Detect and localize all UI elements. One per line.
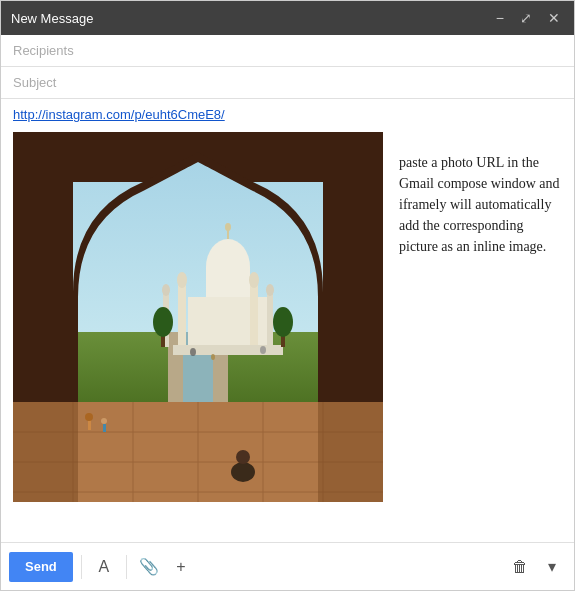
- attach-icon: 📎: [139, 557, 159, 576]
- svg-point-44: [153, 307, 173, 337]
- subject-input[interactable]: [13, 75, 562, 90]
- body-area[interactable]: http://instagram.com/p/euht6CmeE8/: [1, 99, 574, 542]
- image-preview: [13, 132, 383, 502]
- send-button[interactable]: Send: [9, 552, 73, 582]
- window-title: New Message: [11, 11, 93, 26]
- insert-icon: +: [176, 558, 185, 576]
- more-button[interactable]: ▾: [538, 553, 566, 581]
- svg-rect-63: [88, 420, 91, 430]
- close-button[interactable]: ✕: [544, 9, 564, 27]
- svg-rect-42: [173, 345, 283, 355]
- recipients-field[interactable]: [1, 35, 574, 67]
- title-bar: New Message − ⤢ ✕: [1, 1, 574, 35]
- svg-point-62: [236, 450, 250, 464]
- svg-point-35: [177, 272, 187, 288]
- subject-field[interactable]: [1, 67, 574, 99]
- delete-icon: 🗑: [512, 558, 528, 576]
- compose-window: New Message − ⤢ ✕ http://instagram.com/p…: [0, 0, 575, 591]
- svg-point-64: [85, 413, 93, 421]
- svg-point-59: [260, 346, 266, 354]
- title-bar-controls: − ⤢ ✕: [492, 9, 564, 27]
- svg-rect-57: [318, 402, 383, 502]
- description-text: paste a photo URL in the Gmail compose w…: [399, 132, 562, 257]
- minimize-button[interactable]: −: [492, 9, 508, 27]
- svg-rect-34: [178, 282, 186, 347]
- insert-button[interactable]: +: [167, 553, 195, 581]
- svg-point-66: [101, 418, 107, 424]
- attach-button[interactable]: 📎: [135, 553, 163, 581]
- instagram-link[interactable]: http://instagram.com/p/euht6CmeE8/: [13, 107, 562, 122]
- svg-point-60: [211, 354, 215, 360]
- formatting-button[interactable]: A: [90, 553, 118, 581]
- compose-toolbar: Send A 📎 + 🗑 ▾: [1, 542, 574, 590]
- delete-button[interactable]: 🗑: [506, 553, 534, 581]
- toolbar-divider-1: [81, 555, 82, 579]
- svg-point-61: [231, 462, 255, 482]
- formatting-icon: A: [98, 558, 109, 576]
- svg-rect-65: [103, 424, 106, 432]
- expand-button[interactable]: ⤢: [516, 9, 536, 27]
- recipients-input[interactable]: [13, 43, 562, 58]
- svg-rect-56: [13, 402, 78, 502]
- svg-point-46: [273, 307, 293, 337]
- svg-point-41: [266, 284, 274, 296]
- more-icon: ▾: [548, 557, 556, 576]
- toolbar-right: 🗑 ▾: [506, 553, 566, 581]
- svg-point-37: [249, 272, 259, 288]
- svg-point-58: [190, 348, 196, 356]
- svg-point-32: [225, 223, 231, 231]
- toolbar-divider-2: [126, 555, 127, 579]
- svg-rect-36: [250, 282, 258, 347]
- svg-point-39: [162, 284, 170, 296]
- svg-rect-40: [267, 292, 273, 347]
- content-row: paste a photo URL in the Gmail compose w…: [13, 132, 562, 502]
